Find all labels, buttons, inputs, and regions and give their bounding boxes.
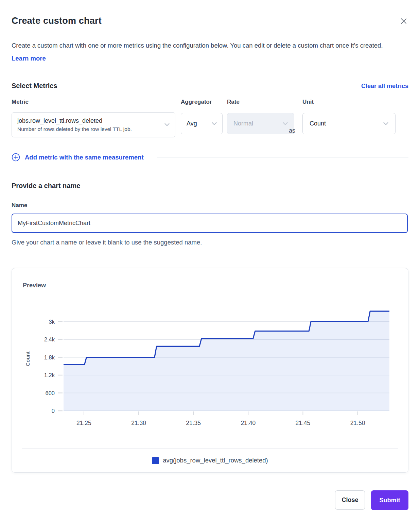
divider [157,157,408,157]
chevron-down-icon [283,121,288,127]
svg-text:2.4k: 2.4k [44,336,55,342]
svg-text:21:25: 21:25 [76,420,91,426]
metric-select-value: jobs.row_level_ttl.rows_deleted [17,117,164,124]
add-metric-row: Add metric with the same measurement [12,153,408,162]
description-text: Create a custom chart with one or more m… [12,42,383,49]
create-custom-chart-dialog: Create custom chart Create a custom char… [0,0,420,523]
dialog-description: Create a custom chart with one or more m… [12,39,401,65]
legend-swatch [152,457,159,464]
svg-text:600: 600 [45,390,55,396]
plus-circle-icon [12,153,20,162]
add-metric-label: Add metric with the same measurement [25,154,144,161]
name-helper-text: Give your chart a name or leave it blank… [12,239,408,246]
svg-text:0: 0 [52,408,55,414]
svg-text:1.2k: 1.2k [44,372,55,378]
metric-config-row: Metric Aggregator Rate Unit jobs.row_lev… [12,99,408,140]
svg-text:1.8k: 1.8k [44,354,55,360]
close-button[interactable]: Close [335,490,365,510]
chevron-down-icon [164,122,170,128]
metric-label: Metric [12,99,29,105]
name-label: Name [12,202,408,209]
svg-text:3k: 3k [49,319,55,325]
svg-text:21:35: 21:35 [186,420,201,426]
page-title: Create custom chart [12,16,102,26]
preview-card: Preview 06001.2k1.8k2.4k3k21:2521:3021:3… [12,268,408,473]
unit-select[interactable]: Count [302,113,396,134]
chart-name-input[interactable] [12,214,408,233]
chart-legend: avg(jobs_row_level_ttl_rows_deleted) [12,457,408,464]
unit-label: Unit [302,99,314,105]
rate-select: Normal [227,113,294,134]
svg-text:21:50: 21:50 [350,420,365,426]
add-metric-link[interactable]: Add metric with the same measurement [12,153,144,162]
preview-heading: Preview [23,282,408,289]
metric-select-texts: jobs.row_level_ttl.rows_deleted Number o… [17,117,164,132]
close-icon [400,20,407,26]
close-dialog-button[interactable] [399,16,408,27]
unit-select-value: Count [310,120,326,127]
rate-select-value: Normal [233,120,253,127]
as-text: as [289,127,295,134]
preview-chart: 06001.2k1.8k2.4k3k21:2521:3021:3521:4021… [12,303,408,437]
aggregator-select[interactable]: Avg [181,113,223,134]
divider [22,448,398,449]
select-metrics-heading: Select Metrics [12,82,57,90]
rate-label: Rate [227,99,240,105]
learn-more-link[interactable]: Learn more [12,55,46,62]
chevron-down-icon [212,121,217,127]
svg-text:21:30: 21:30 [131,420,146,426]
dialog-footer: Close Submit [12,490,408,510]
svg-text:21:40: 21:40 [241,420,256,426]
chart-name-heading: Provide a chart name [12,182,408,190]
aggregator-select-value: Avg [187,120,197,127]
submit-button[interactable]: Submit [371,490,408,510]
metric-select[interactable]: jobs.row_level_ttl.rows_deleted Number o… [12,112,175,137]
aggregator-label: Aggregator [181,99,212,105]
legend-label: avg(jobs_row_level_ttl_rows_deleted) [163,457,268,464]
chevron-down-icon [383,121,388,127]
select-metrics-header: Select Metrics Clear all metrics [12,82,408,90]
clear-all-metrics-link[interactable]: Clear all metrics [361,83,408,90]
dialog-header: Create custom chart [12,16,408,27]
metric-select-description: Number of rows deleted by the row level … [17,126,164,132]
svg-text:21:45: 21:45 [296,420,311,426]
svg-text:Count: Count [25,351,31,366]
